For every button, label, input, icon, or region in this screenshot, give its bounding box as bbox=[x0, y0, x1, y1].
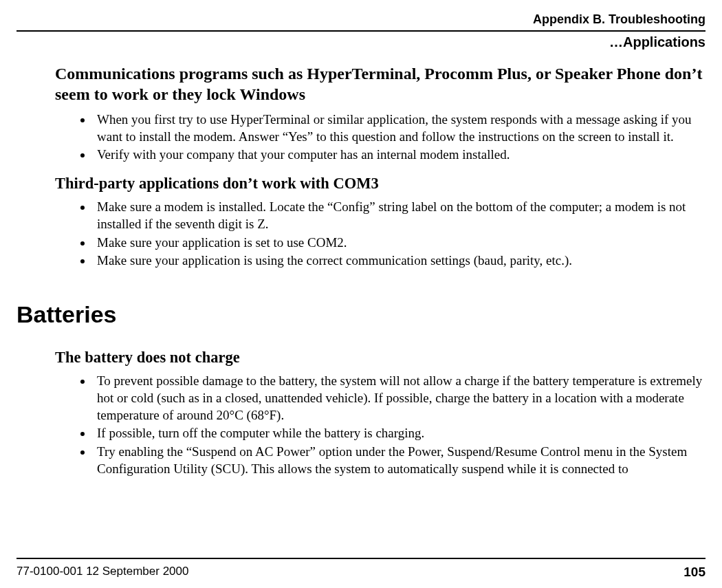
content-area: Communications programs such as HyperTer… bbox=[55, 59, 705, 480]
list-item: Verify with your company that your compu… bbox=[93, 146, 705, 164]
footer-rule bbox=[17, 558, 705, 559]
header-appendix: Appendix B. Troubleshooting bbox=[533, 12, 705, 27]
list-third-party: Make sure a modem is installed. Locate t… bbox=[55, 199, 705, 270]
list-item: When you first try to use HyperTerminal … bbox=[93, 111, 705, 145]
list-item: Make sure your application is using the … bbox=[93, 252, 705, 270]
list-battery: To prevent possible damage to the batter… bbox=[55, 373, 705, 477]
heading-communications: Communications programs such as HyperTer… bbox=[55, 63, 705, 105]
list-item: Make sure your application is set to use… bbox=[93, 235, 705, 252]
list-communications: When you first try to use HyperTerminal … bbox=[55, 111, 705, 164]
footer-page-number: 105 bbox=[683, 565, 705, 580]
list-item: Make sure a modem is installed. Locate t… bbox=[93, 199, 705, 232]
heading-battery-charge: The battery does not charge bbox=[55, 347, 705, 367]
footer-doc-id: 77-0100-001 12 September 2000 bbox=[17, 565, 188, 578]
header-rule bbox=[17, 30, 705, 32]
section-title-batteries: Batteries bbox=[0, 301, 705, 328]
list-item: To prevent possible damage to the batter… bbox=[93, 373, 705, 424]
list-item: Try enabling the “Suspend on AC Power” o… bbox=[93, 444, 705, 477]
header-section-continued: …Applications bbox=[609, 34, 705, 50]
page: Appendix B. Troubleshooting …Application… bbox=[0, 0, 722, 588]
heading-third-party: Third-party applications don’t work with… bbox=[55, 173, 705, 193]
list-item: If possible, turn off the computer while… bbox=[93, 425, 705, 442]
